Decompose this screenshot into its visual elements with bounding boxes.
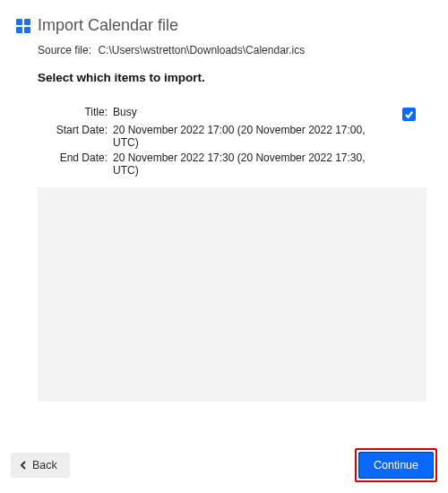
import-item: Title: Busy Start Date: 20 November 2022… [38, 97, 426, 188]
back-button-label: Back [32, 459, 57, 471]
chevron-left-icon [18, 460, 29, 471]
calendar-app-icon [16, 19, 30, 33]
item-title-value: Busy [113, 106, 389, 118]
item-title-label: Title: [48, 106, 113, 118]
source-file-row: Source file: C:\Users\wstretton\Download… [38, 44, 432, 56]
item-checkbox[interactable] [402, 108, 416, 121]
footer: Back Continue [11, 448, 437, 482]
instruction-text: Select which items to import. [38, 71, 432, 84]
check-icon [404, 109, 414, 119]
items-panel[interactable]: Title: Busy Start Date: 20 November 2022… [38, 97, 426, 402]
item-end-label: End Date: [48, 151, 113, 164]
back-button[interactable]: Back [11, 453, 70, 478]
source-file-label: Source file: [38, 44, 91, 56]
item-start-label: Start Date: [48, 124, 113, 136]
header: Import Calendar file [16, 16, 432, 35]
continue-button[interactable]: Continue [358, 452, 434, 479]
page-title: Import Calendar file [38, 16, 178, 35]
item-start-value: 20 November 2022 17:00 (20 November 2022… [113, 124, 389, 149]
item-end-value: 20 November 2022 17:30 (20 November 2022… [113, 151, 389, 177]
source-file-path: C:\Users\wstretton\Downloads\Calendar.ic… [98, 44, 305, 56]
continue-highlight: Continue [355, 448, 437, 482]
